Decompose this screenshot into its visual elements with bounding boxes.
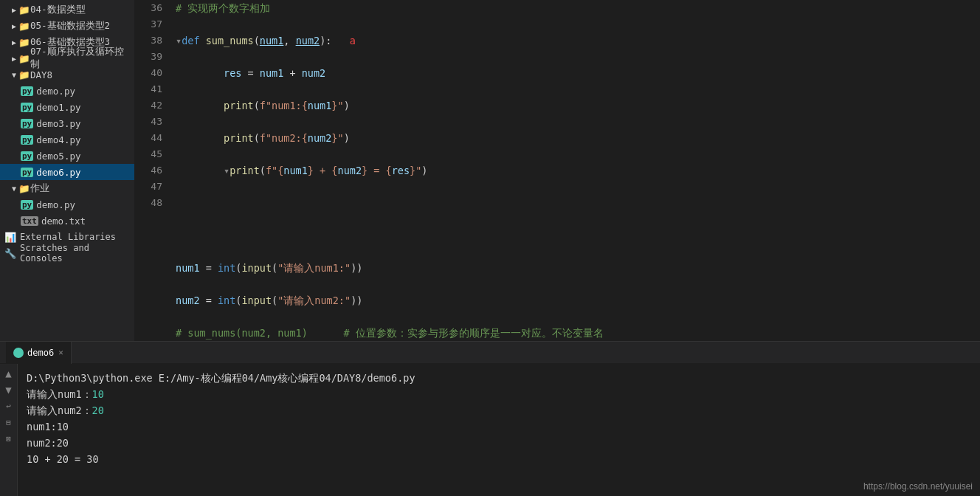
sidebar-item-demo3-py[interactable]: py demo3.py <box>0 115 134 131</box>
py-file-icon: py <box>21 86 33 96</box>
code-container[interactable]: 36 37 38 39 40 41 42 43 44 45 46 47 48 #… <box>134 0 980 341</box>
terminal-path: D:\Python3\python.exe E:/Amy-核心编程04/Amy核… <box>27 372 415 384</box>
code-editor[interactable]: # 实现两个数字相加 ▾def sum_nums(num1, num2): a … <box>170 0 980 341</box>
py-file-icon: py <box>21 151 33 161</box>
terminal-panel: demo6 ✕ ▲ ▼ ↩ ⊟ ⊠ D:\Python3\python.exe … <box>0 341 980 496</box>
tab-icon <box>13 348 24 358</box>
folder-icon: 📁 <box>18 4 30 16</box>
sidebar-item-label: demo.py <box>36 199 75 210</box>
scroll-up-button[interactable]: ▲ <box>2 367 15 380</box>
sidebar-item-label: demo.py <box>36 86 75 97</box>
code-line-41: ▾print(f"{num1} + {num2} = {res}") <box>176 162 980 179</box>
py-file-icon: py <box>21 119 33 128</box>
terminal-output1: num1:10 <box>27 421 69 433</box>
scratches-icon: 🔧 <box>4 248 16 259</box>
sidebar-item-demo6-py[interactable]: py demo6.py <box>0 164 134 180</box>
folder-icon: 📁 <box>18 53 30 64</box>
txt-file-icon: txt <box>21 216 38 226</box>
scroll-down-button[interactable]: ▼ <box>2 383 15 396</box>
split-button[interactable]: ⊟ <box>2 416 15 429</box>
folder-icon: 📁 <box>18 37 30 48</box>
sidebar-item-demo1-py[interactable]: py demo1.py <box>0 99 134 115</box>
terminal-line-output3: 10 + 20 = 30 <box>27 451 971 467</box>
arrow-icon: ▼ <box>12 185 16 193</box>
code-line-40: print(f"num2:{num2}") <box>176 130 980 146</box>
folder-icon: 📁 <box>18 69 30 80</box>
tab-close-btn[interactable]: ✕ <box>58 348 63 357</box>
sidebar-item-label: demo.txt <box>41 216 86 227</box>
terminal-line-output2: num2:20 <box>27 435 971 451</box>
terminal-line-path: D:\Python3\python.exe E:/Amy-核心编程04/Amy核… <box>27 370 971 386</box>
sidebar-item-label: Scratches and Consoles <box>20 243 130 264</box>
terminal-output3: 10 + 20 = 30 <box>27 453 99 465</box>
terminal-tab-bar: demo6 ✕ <box>0 342 980 364</box>
terminal-line-input2: 请输入num2：20 <box>27 402 971 418</box>
sidebar-item-label: demo4.py <box>36 134 80 145</box>
py-file-icon: py <box>21 135 33 145</box>
arrow-icon: ▶ <box>12 6 16 14</box>
sidebar-item-label: 05-基础数据类型2 <box>30 20 110 32</box>
code-line-37: ▾def sum_nums(num1, num2): a <box>176 32 980 49</box>
arrow-icon: ▶ <box>12 38 16 46</box>
terminal-line-output1: num1:10 <box>27 418 971 435</box>
sidebar-item-demo4-py[interactable]: py demo4.py <box>0 131 134 148</box>
sidebar-item-label: 04-数据类型 <box>30 4 86 16</box>
clear-button[interactable]: ⊠ <box>2 432 15 445</box>
line-numbers: 36 37 38 39 40 41 42 43 44 45 46 47 48 <box>134 0 170 341</box>
editor-area: 36 37 38 39 40 41 42 43 44 45 46 47 48 #… <box>134 0 980 341</box>
sidebar-item-zuo-demo[interactable]: py demo.py <box>0 196 134 213</box>
sidebar-scratches-consoles[interactable]: 🔧 Scratches and Consoles <box>0 245 134 261</box>
py-file-icon: py <box>21 200 33 210</box>
arrow-icon: ▼ <box>12 71 16 79</box>
py-file-icon: py <box>21 168 33 177</box>
sidebar-item-demo-py[interactable]: py demo.py <box>0 83 134 99</box>
sidebar-item-folder-zuo[interactable]: ▼ 📁 作业 <box>0 180 134 196</box>
terminal-line-input1: 请输入num1：10 <box>27 386 971 402</box>
external-libs-icon: 📊 <box>4 232 16 243</box>
main-area: ▶ 📁 04-数据类型 ▶ 📁 05-基础数据类型2 ▶ 📁 06-基础数据类型… <box>0 0 980 341</box>
code-line-43 <box>176 227 980 244</box>
terminal-output2: num2:20 <box>27 437 69 449</box>
wrap-button[interactable]: ↩ <box>2 399 15 413</box>
code-line-44: num1 = int(input("请输入num1:")) <box>176 260 980 276</box>
sidebar-item-label: demo6.py <box>36 167 80 178</box>
arrow-icon: ▶ <box>12 22 16 30</box>
sidebar-item-label: 作业 <box>30 182 49 195</box>
sidebar-item-label: DAY8 <box>30 69 52 80</box>
sidebar-item-label: External Libraries <box>20 232 116 242</box>
bottom-panel: demo6 ✕ ▲ ▼ ↩ ⊟ ⊠ D:\Python3\python.exe … <box>0 341 980 496</box>
sidebar-item-demo5-py[interactable]: py demo5.py <box>0 148 134 164</box>
sidebar-item-label: 07-顺序执行及循环控制 <box>30 46 131 71</box>
terminal-input1-value: 10 <box>92 388 104 400</box>
code-line-46: # sum_nums(num2, num1) # 位置参数：实参与形参的顺序是一… <box>176 325 980 341</box>
sidebar: ▶ 📁 04-数据类型 ▶ 📁 05-基础数据类型2 ▶ 📁 06-基础数据类型… <box>0 0 134 341</box>
sidebar-item-label: demo5.py <box>36 151 80 162</box>
code-line-42 <box>176 195 980 211</box>
terminal-prompt1-label: 请输入num1： <box>27 388 92 400</box>
sidebar-item-folder-05[interactable]: ▶ 📁 05-基础数据类型2 <box>0 18 134 34</box>
folder-icon: 📁 <box>18 21 30 32</box>
tab-label: demo6 <box>27 348 54 358</box>
sidebar-item-label: demo1.py <box>36 102 80 113</box>
sidebar-item-folder-07[interactable]: ▶ 📁 07-顺序执行及循环控制 <box>0 50 134 66</box>
code-line-45: num2 = int(input("请输入num2:")) <box>176 292 980 309</box>
terminal-content: D:\Python3\python.exe E:/Amy-核心编程04/Amy核… <box>18 364 980 496</box>
terminal-prompt2-label: 请输入num2： <box>27 404 92 416</box>
sidebar-item-label: demo3.py <box>36 118 80 129</box>
code-line-38: res = num1 + num2 <box>176 65 980 81</box>
terminal-tab-demo6[interactable]: demo6 ✕ <box>6 342 72 364</box>
py-file-icon: py <box>21 103 33 112</box>
watermark: https://blog.csdn.net/yuuisei <box>863 481 973 492</box>
sidebar-item-folder-04[interactable]: ▶ 📁 04-数据类型 <box>0 1 134 18</box>
code-line-36: # 实现两个数字相加 <box>176 0 980 16</box>
sidebar-item-zuo-txt[interactable]: txt demo.txt <box>0 213 134 229</box>
arrow-icon: ▶ <box>12 55 16 63</box>
code-line-39: print(f"num1:{num1}") <box>176 97 980 114</box>
terminal-left-buttons: ▲ ▼ ↩ ⊟ ⊠ <box>0 364 18 496</box>
folder-icon: 📁 <box>18 183 30 194</box>
terminal-input2-value: 20 <box>92 404 104 416</box>
terminal-body: ▲ ▼ ↩ ⊟ ⊠ D:\Python3\python.exe E:/Amy-核… <box>0 364 980 496</box>
